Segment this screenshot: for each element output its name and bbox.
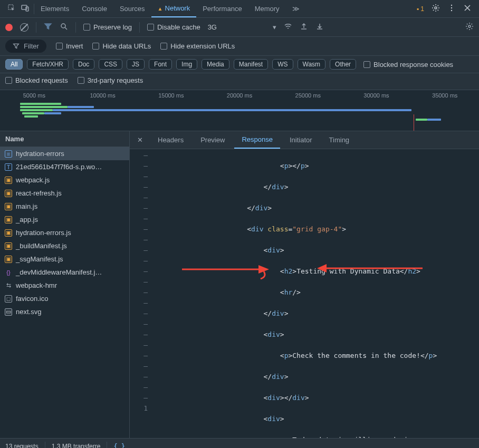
type-filter-bar: All Fetch/XHR Doc CSS JS Font Img Media … <box>0 56 479 73</box>
filter-funnel-icon[interactable] <box>44 22 52 32</box>
request-row[interactable]: T21ed5661b47f7f6d-s.p.wo… <box>0 160 129 173</box>
status-bar: 13 requests 1.3 MB transferre { } <box>0 438 479 448</box>
tl-tick: 35000 ms <box>410 92 479 101</box>
tl-tick: 20000 ms <box>205 92 274 101</box>
code-gutter: ————— ————— ————— ————— ———— 1 <box>130 149 153 438</box>
invert-checkbox[interactable]: Invert <box>56 42 83 50</box>
request-row[interactable]: {}_devMiddlewareManifest.j… <box>0 266 129 279</box>
wifi-icon[interactable] <box>284 22 292 32</box>
code-content: <p></p> </div> </div> <div class="grid g… <box>153 149 449 438</box>
tab-preview[interactable]: Preview <box>193 132 232 148</box>
type-img[interactable]: Img <box>176 59 197 70</box>
status-transferred: 1.3 MB transferre <box>52 443 101 449</box>
type-ws[interactable]: WS <box>272 59 293 70</box>
request-row[interactable]: ▣_buildManifest.js <box>0 239 129 252</box>
filter-placeholder: Filter <box>24 42 39 50</box>
type-fetch[interactable]: Fetch/XHR <box>27 59 69 70</box>
hide-data-urls-checkbox[interactable]: Hide data URLs <box>92 42 151 50</box>
record-button[interactable] <box>5 24 13 31</box>
tab-performance[interactable]: Performance <box>196 1 248 17</box>
third-party-checkbox[interactable]: 3rd-party requests <box>78 76 143 84</box>
request-row[interactable]: □favicon.ico <box>0 292 129 305</box>
issues-badge[interactable]: ▪ 1 <box>417 5 424 13</box>
svg-point-8 <box>468 25 471 27</box>
close-icon[interactable] <box>463 4 472 14</box>
tl-tick: 5000 ms <box>0 92 69 101</box>
tl-tick: 25000 ms <box>274 92 342 101</box>
response-code-view[interactable]: ————— ————— ————— ————— ———— 1 <p></p> <… <box>130 149 479 438</box>
type-doc[interactable]: Doc <box>73 59 94 70</box>
svg-point-6 <box>451 10 452 11</box>
request-list-header[interactable]: Name <box>0 131 129 147</box>
request-list-panel: Name ≡hydration-errors T21ed5661b47f7f6d… <box>0 131 130 438</box>
device-toggle-icon[interactable] <box>21 4 30 14</box>
request-row[interactable]: ▭next.svg <box>0 305 129 318</box>
type-other[interactable]: Other <box>330 59 356 70</box>
tab-sources[interactable]: Sources <box>113 1 151 17</box>
gear-icon[interactable] <box>465 22 474 32</box>
download-icon[interactable] <box>315 22 324 32</box>
tab-headers[interactable]: Headers <box>150 132 191 148</box>
hide-ext-urls-checkbox[interactable]: Hide extension URLs <box>160 42 235 50</box>
disable-cache-checkbox[interactable]: Disable cache <box>147 23 200 31</box>
type-media[interactable]: Media <box>202 59 229 70</box>
chevron-down-icon[interactable]: ▾ <box>273 23 276 31</box>
close-details-icon[interactable]: ✕ <box>132 133 148 147</box>
top-tabs: Elements Console Sources Network Perform… <box>0 0 479 18</box>
svg-point-5 <box>451 7 452 8</box>
filter-bar: Filter Invert Hide data URLs Hide extens… <box>0 37 479 56</box>
type-filter-bar-2: Blocked requests 3rd-party requests <box>0 73 479 90</box>
tl-tick: 10000 ms <box>69 92 137 101</box>
type-manifest[interactable]: Manifest <box>234 59 268 70</box>
blocked-cookies-checkbox[interactable]: Blocked response cookies <box>363 61 453 69</box>
type-font[interactable]: Font <box>149 59 172 70</box>
request-row[interactable]: ▣_ssgManifest.js <box>0 252 129 266</box>
request-row[interactable]: ▣main.js <box>0 200 129 213</box>
tl-tick: 15000 ms <box>137 92 205 101</box>
status-requests: 13 requests <box>5 443 39 449</box>
type-css[interactable]: CSS <box>99 59 122 70</box>
svg-point-3 <box>435 7 437 9</box>
upload-icon[interactable] <box>300 22 308 32</box>
tab-console[interactable]: Console <box>75 1 113 17</box>
svg-point-4 <box>451 5 452 6</box>
request-row[interactable]: ▣_app.js <box>0 213 129 226</box>
inspect-icon[interactable] <box>7 4 16 14</box>
disable-cache-label: Disable cache <box>157 23 200 31</box>
tab-memory[interactable]: Memory <box>248 1 286 17</box>
search-icon[interactable] <box>60 22 68 32</box>
type-wasm[interactable]: Wasm <box>298 59 326 70</box>
request-row[interactable]: ≡hydration-errors <box>0 147 129 160</box>
tab-timing[interactable]: Timing <box>322 132 357 148</box>
request-list: ≡hydration-errors T21ed5661b47f7f6d-s.p.… <box>0 147 129 438</box>
network-timeline[interactable]: 5000 ms 10000 ms 15000 ms 20000 ms 25000… <box>0 90 479 131</box>
request-row[interactable]: ⇆webpack-hmr <box>0 279 129 292</box>
pretty-print-icon[interactable]: { } <box>113 443 125 449</box>
request-row[interactable]: ▣hydration-errors.js <box>0 226 129 239</box>
tab-elements[interactable]: Elements <box>34 1 75 17</box>
type-all[interactable]: All <box>5 59 23 70</box>
tabs-more[interactable]: ≫ <box>286 1 306 17</box>
throttling-select[interactable]: 3G <box>208 23 217 31</box>
blocked-requests-checkbox[interactable]: Blocked requests <box>5 76 68 84</box>
tl-tick: 30000 ms <box>342 92 411 101</box>
request-row[interactable]: ▣webpack.js <box>0 173 129 187</box>
svg-point-7 <box>61 24 65 28</box>
filter-input[interactable]: Filter <box>5 40 46 53</box>
preserve-log-label: Preserve log <box>93 23 132 31</box>
request-row[interactable]: ▣react-refresh.js <box>0 187 129 200</box>
kebab-menu-icon[interactable] <box>447 4 456 14</box>
clear-icon[interactable] <box>20 23 28 32</box>
details-panel: ✕ Headers Preview Response Initiator Tim… <box>130 131 479 438</box>
type-js[interactable]: JS <box>127 59 145 70</box>
preserve-log-checkbox[interactable]: Preserve log <box>83 23 132 31</box>
tab-initiator[interactable]: Initiator <box>282 132 320 148</box>
gear-icon[interactable] <box>432 4 440 14</box>
detail-tabs: ✕ Headers Preview Response Initiator Tim… <box>130 131 479 149</box>
tab-response[interactable]: Response <box>234 131 280 149</box>
network-toolbar: Preserve log Disable cache 3G ▾ <box>0 18 479 37</box>
tab-network[interactable]: Network <box>151 0 197 17</box>
